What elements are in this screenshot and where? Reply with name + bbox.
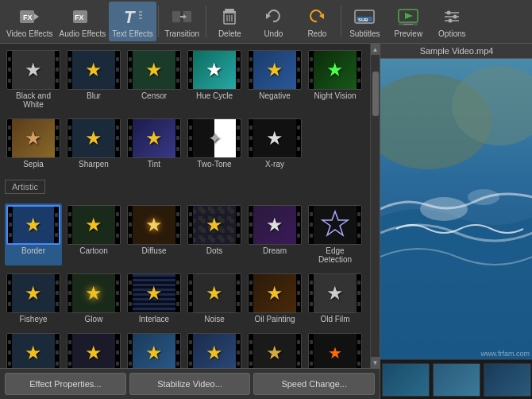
effect-dots[interactable]: ★ Dots: [186, 203, 243, 265]
row5-grid: ★ Pixelate ★ Posterize: [5, 331, 365, 368]
scrollbar-track[interactable]: [372, 56, 380, 355]
effect-blur[interactable]: ★ Blur: [65, 48, 122, 110]
effect-fisheye[interactable]: ★ Fisheye: [5, 272, 62, 325]
filmstrip-frame-2: [433, 363, 480, 397]
effect-dream[interactable]: ★ Dream: [246, 203, 303, 265]
svg-point-40: [468, 189, 499, 205]
effect-tint[interactable]: ★ Tint: [125, 117, 183, 170]
toolbar: FX Video Effects FX ♪ Audio Effects T T: [0, 0, 532, 44]
sep-1: [158, 6, 159, 37]
effect-posterize[interactable]: ★ Posterize: [65, 331, 122, 368]
effect-black-and-white[interactable]: ★ Black andWhite: [5, 48, 62, 110]
effect-properties-button[interactable]: Effect Properties...: [5, 373, 126, 395]
transition-icon: [171, 6, 193, 28]
row4-grid: ★ Fisheye ★ Glow: [5, 272, 365, 325]
artistic-section: Artistic: [5, 176, 365, 199]
redo-label: Redo: [307, 29, 326, 38]
effect-sepia[interactable]: ★ Sepia: [5, 117, 62, 170]
effect-ripple[interactable]: ★ Ripple: [186, 331, 243, 368]
svg-text:FX: FX: [23, 14, 33, 21]
svg-text:SUB: SUB: [358, 17, 368, 22]
toolbar-redo[interactable]: Redo: [295, 2, 339, 41]
video-effects-icon: FX: [18, 6, 40, 28]
audio-effects-label: Audio Effects: [60, 29, 106, 38]
effect-border[interactable]: ★ Border: [5, 203, 62, 265]
sep-3: [341, 6, 341, 37]
effect-glow[interactable]: ★ Glow: [65, 272, 122, 325]
toolbar-transition[interactable]: Transition: [160, 2, 204, 41]
toolbar-undo[interactable]: Undo: [252, 2, 295, 41]
subtitles-label: Subtitles: [349, 29, 380, 38]
toolbar-delete[interactable]: Delete: [208, 2, 252, 41]
filmstrip-frame-3: [484, 363, 531, 397]
effect-two-tone[interactable]: ✦ Two-Tone: [186, 117, 243, 170]
artistic-grid: ★ Border ★ Cartoon: [5, 203, 365, 265]
effect-old-film[interactable]: ★ Old Film: [306, 272, 364, 325]
toolbar-audio-effects[interactable]: FX ♪ Audio Effects: [56, 2, 110, 41]
toolbar-options[interactable]: Options: [430, 2, 474, 41]
svg-marker-35: [322, 211, 348, 235]
effect-cartoon[interactable]: ★ Cartoon: [65, 203, 122, 265]
options-label: Options: [438, 29, 465, 38]
undo-icon: [262, 6, 284, 28]
svg-rect-10: [172, 11, 180, 22]
preview-title: Sample Video.mp4: [380, 44, 532, 59]
preview-label: Preview: [395, 29, 423, 38]
sep-2: [206, 6, 206, 37]
delete-icon: [218, 6, 241, 28]
toolbar-preview[interactable]: Preview: [387, 2, 430, 41]
svg-rect-28: [403, 24, 413, 25]
preview-panel: Sample Video.mp4: [380, 44, 532, 399]
filmstrip-frame-1: [382, 363, 430, 397]
bottom-bar: Effect Properties... Stabilize Video... …: [0, 368, 380, 399]
scroll-down-arrow[interactable]: ▼: [371, 357, 380, 368]
toolbar-subtitles[interactable]: SUB Subtitles: [343, 2, 387, 41]
svg-point-30: [447, 10, 451, 14]
svg-marker-2: [34, 14, 39, 20]
effect-interlace[interactable]: ★ Interlace: [125, 272, 183, 325]
svg-marker-26: [405, 13, 413, 19]
redo-icon: [306, 6, 328, 28]
text-effects-label: Text Effects: [112, 29, 153, 38]
svg-rect-14: [225, 9, 234, 11]
stabilize-video-button[interactable]: Stabilize Video...: [129, 373, 251, 395]
subtitles-icon: SUB: [353, 6, 376, 28]
effect-noise[interactable]: ★ Noise: [186, 272, 243, 325]
effect-sharpen[interactable]: ★ Sharpen: [65, 117, 122, 170]
preview-watermark: www.frfam.com: [480, 350, 530, 358]
effect-negative[interactable]: ★ Negative: [246, 48, 303, 110]
artistic-label: Artistic: [5, 180, 45, 194]
effect-diffuse[interactable]: ★ Diffuse: [125, 203, 183, 265]
undo-label: Undo: [264, 29, 283, 38]
speed-change-button[interactable]: Speed Change...: [253, 373, 375, 395]
effect-censor[interactable]: ★ Censor: [125, 48, 183, 110]
effect-shadow[interactable]: ★ Shadow: [246, 331, 303, 368]
effects-scrollbar[interactable]: ▲ ▼: [370, 44, 380, 368]
text-effects-icon: T: [121, 6, 144, 28]
scrollbar-thumb[interactable]: [372, 72, 379, 116]
effect-pixelate[interactable]: ★ Pixelate: [5, 331, 62, 368]
effect-edge-detection[interactable]: EdgeDetection: [306, 203, 364, 265]
svg-text:♪: ♪: [78, 10, 81, 16]
svg-point-39: [420, 197, 468, 221]
effect-hue-cycle[interactable]: ★ Hue Cycle: [186, 48, 243, 110]
toolbar-video-effects[interactable]: FX Video Effects: [3, 2, 56, 41]
main-content: ★ Black andWhite ★ Blur: [0, 44, 532, 399]
effect-oil-painting[interactable]: ★ Oil Painting: [246, 272, 303, 325]
svg-text:T: T: [124, 7, 136, 27]
svg-point-32: [453, 14, 457, 18]
effect-raindrops[interactable]: ★ Raindrops: [125, 331, 183, 368]
effect-night-vision[interactable]: ★ Night Vision: [306, 48, 364, 110]
scroll-up-arrow[interactable]: ▲: [371, 44, 380, 55]
color-corrections-grid: ★ Black andWhite ★ Blur: [5, 48, 365, 110]
audio-effects-icon: FX ♪: [71, 6, 94, 28]
options-icon: [441, 6, 463, 28]
effects-panel-inner: ★ Black andWhite ★ Blur: [0, 44, 380, 368]
toolbar-text-effects[interactable]: T Text Effects: [109, 2, 156, 41]
svg-point-34: [449, 18, 453, 22]
effects-scroll[interactable]: ★ Black andWhite ★ Blur: [0, 44, 370, 368]
effects-panel: ★ Black andWhite ★ Blur: [0, 44, 380, 399]
video-effects-label: Video Effects: [6, 29, 53, 38]
effect-tiles[interactable]: ★ Tiles: [306, 331, 364, 368]
effect-xray[interactable]: ★ X-ray: [246, 117, 303, 170]
